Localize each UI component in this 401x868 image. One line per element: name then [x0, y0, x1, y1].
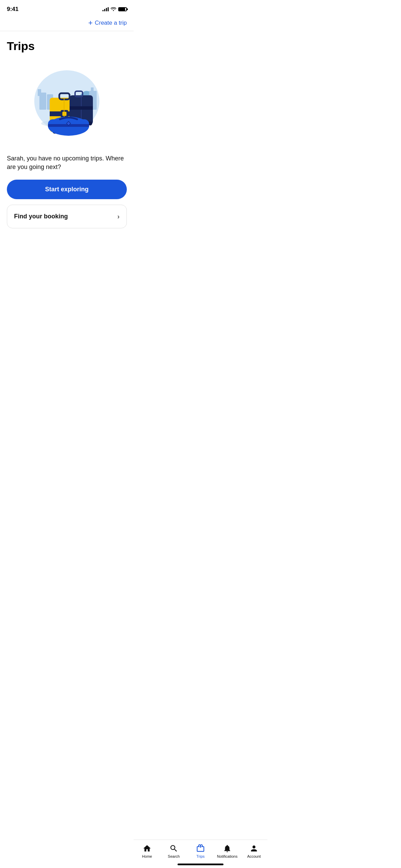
signal-icon	[102, 7, 109, 11]
battery-icon	[118, 7, 127, 11]
svg-rect-8	[91, 87, 94, 94]
top-nav: + Create a trip	[0, 16, 134, 31]
chevron-right-icon: ›	[117, 213, 120, 220]
empty-state-message: Sarah, you have no upcoming trips. Where…	[7, 154, 127, 171]
status-icons	[102, 7, 127, 12]
status-time: 9:41	[7, 6, 19, 13]
find-booking-label: Find your booking	[14, 213, 68, 220]
create-trip-label: Create a trip	[95, 20, 127, 26]
wifi-icon	[111, 7, 116, 12]
illustration-container	[0, 58, 134, 154]
page-title-section: Trips	[0, 31, 134, 58]
svg-rect-2	[38, 89, 41, 96]
page-title: Trips	[7, 39, 127, 53]
plus-icon: +	[88, 19, 93, 27]
empty-state: Sarah, you have no upcoming trips. Where…	[0, 154, 134, 237]
svg-rect-24	[70, 106, 93, 110]
create-trip-button[interactable]: + Create a trip	[88, 19, 127, 27]
trips-illustration	[29, 65, 105, 141]
start-exploring-button[interactable]: Start exploring	[7, 180, 127, 199]
status-bar: 9:41	[0, 0, 134, 16]
find-booking-button[interactable]: Find your booking ›	[7, 205, 127, 228]
